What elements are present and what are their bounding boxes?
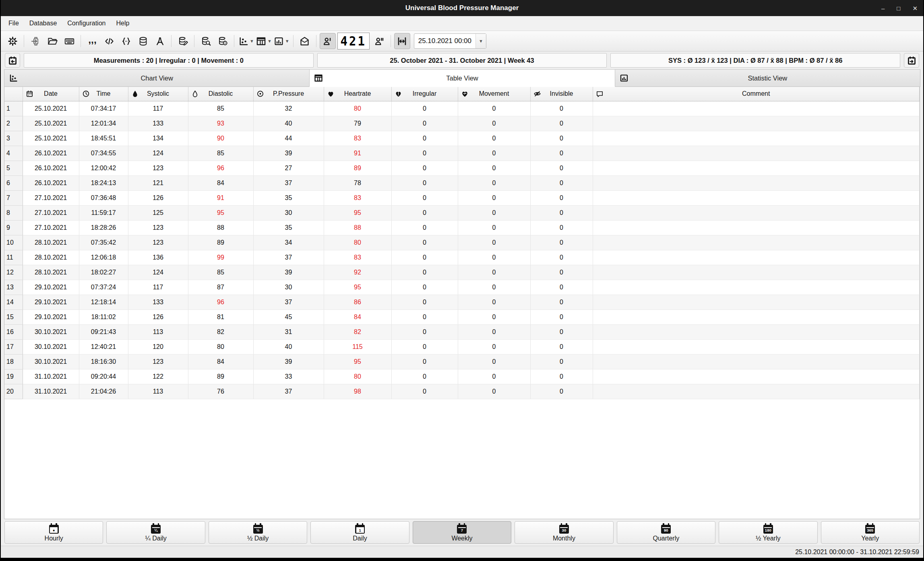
column-header-irregular[interactable]: Irregular (391, 87, 458, 101)
cell-invisible: 0 (530, 265, 593, 280)
cell-time: 18:24:13 (79, 175, 128, 190)
table-row[interactable]: 225.10.202112:01:34133934079000 (4, 116, 920, 131)
table-row[interactable]: 1529.10.202118:11:02126814584000 (4, 309, 920, 324)
tab-table-view[interactable]: Table View (309, 69, 615, 87)
cell-movement: 0 (458, 190, 530, 205)
database-history-button[interactable] (215, 33, 231, 49)
table-row[interactable]: 1028.10.202107:35:42123893480000 (4, 235, 920, 250)
patient-one-toggle[interactable] (320, 33, 336, 49)
row-number: 16 (4, 324, 23, 339)
folder-open-icon (47, 36, 58, 47)
tab-chart-view[interactable]: Chart View (4, 69, 310, 87)
column-header-invisible[interactable]: Invisible (530, 87, 593, 101)
statistic-view-menu-button[interactable]: ▼ (273, 33, 290, 49)
period-button-daily[interactable]: ¼¼ Daily (106, 521, 205, 544)
cell-ppressure: 27 (253, 161, 324, 175)
cell-diastolic: 82 (188, 324, 253, 339)
export-xml-button[interactable] (101, 33, 117, 49)
cell-time: 09:20:44 (79, 369, 128, 384)
period-button-monthly[interactable]: 30Monthly (515, 521, 613, 544)
database-search-icon (201, 36, 211, 47)
menu-database[interactable]: Database (24, 17, 62, 29)
column-header-time[interactable]: Time (79, 87, 128, 101)
cell-heartrate: 115 (324, 339, 391, 354)
corner-header-cell (4, 87, 23, 101)
export-pdf-button[interactable] (152, 33, 168, 49)
table-row[interactable]: 927.10.202118:28:26123883588000 (4, 220, 920, 235)
table-row[interactable]: 1228.10.202118:02:27124853992000 (4, 265, 920, 280)
tab-statistic-view[interactable]: Statistic View (615, 69, 920, 87)
calendar-next-icon (907, 56, 916, 65)
cell-heartrate: 79 (324, 116, 391, 131)
date-select-combobox[interactable]: 25.10.2021 00:00 ▼ (414, 33, 486, 49)
row-number: 18 (4, 354, 23, 369)
period-button-yearly[interactable]: 180½ Yearly (719, 521, 817, 544)
column-header-diastolic[interactable]: Diastolic (188, 87, 253, 101)
cell-date: 29.10.2021 (23, 280, 79, 295)
cell-heartrate: 83 (324, 190, 391, 205)
manual-input-button[interactable] (61, 33, 77, 49)
column-header-comment[interactable]: Comment (593, 87, 920, 101)
table-row[interactable]: 1429.10.202112:18:14133963786000 (4, 295, 920, 309)
cell-invisible: 0 (530, 309, 593, 324)
cell-movement: 0 (458, 354, 530, 369)
table-icon (256, 36, 267, 47)
cell-systolic: 126 (128, 309, 188, 324)
cell-irregular: 0 (391, 384, 458, 399)
export-json-button[interactable] (118, 33, 134, 49)
minimize-button[interactable]: – (881, 5, 885, 11)
table-row[interactable]: 1830.10.202118:16:30123843995000 (4, 354, 920, 369)
fit-width-toggle[interactable] (394, 33, 410, 49)
column-header-heartrate[interactable]: Heartrate (324, 87, 391, 101)
settings-button[interactable] (4, 33, 21, 49)
table-row[interactable]: 2031.10.202121:04:26113763798000 (4, 384, 920, 399)
period-button-hourly[interactable]: ●Hourly (4, 521, 103, 544)
gear-icon (7, 36, 18, 47)
column-header-movement[interactable]: Movement (458, 87, 530, 101)
table-view-menu-button[interactable]: ▼ (255, 33, 272, 49)
previous-period-button[interactable] (5, 53, 20, 68)
table-row[interactable]: 426.10.202107:34:55124853991000 (4, 146, 920, 161)
calendar-icon (26, 90, 33, 98)
cell-comment (593, 235, 920, 250)
maximize-button[interactable]: □ (897, 5, 900, 11)
patient-two-toggle[interactable] (371, 33, 387, 49)
menu-configuration[interactable]: Configuration (62, 17, 111, 29)
period-button-daily[interactable]: ½½ Daily (209, 521, 307, 544)
column-header-ppressure[interactable]: P.Pressure (253, 87, 324, 101)
row-number: 5 (4, 161, 23, 175)
table-row[interactable]: 1730.10.202112:40:211208040115000 (4, 339, 920, 354)
chart-view-menu-button[interactable]: ▼ (238, 33, 254, 49)
cell-systolic: 133 (128, 116, 188, 131)
import-watch-button[interactable] (27, 33, 43, 49)
edit-database-button[interactable] (175, 33, 191, 49)
period-button-yearly[interactable]: 365Yearly (821, 521, 920, 544)
period-button-daily[interactable]: 1Daily (310, 521, 409, 544)
table-row[interactable]: 1931.10.202109:20:44122893380000 (4, 369, 920, 384)
table-row[interactable]: 325.10.202118:45:51134904483000 (4, 131, 920, 146)
menu-file[interactable]: File (3, 17, 24, 29)
period-button-quarterly[interactable]: 90Quarterly (617, 521, 715, 544)
email-button[interactable] (297, 33, 313, 49)
table-row[interactable]: 1630.10.202109:21:43113823182000 (4, 324, 920, 339)
column-header-systolic[interactable]: Systolic (128, 87, 188, 101)
cell-movement: 0 (458, 384, 530, 399)
table-row[interactable]: 526.10.202112:00:42123962789000 (4, 161, 920, 175)
table-row[interactable]: 827.10.202111:59:17125953095000 (4, 205, 920, 220)
table-row[interactable]: 1128.10.202112:06:18136993783000 (4, 250, 920, 265)
search-database-button[interactable] (198, 33, 214, 49)
table-row[interactable]: 727.10.202107:36:48126913583000 (4, 190, 920, 205)
table-row[interactable]: 125.10.202107:34:17117853280000 (4, 101, 920, 116)
menu-help[interactable]: Help (111, 17, 134, 29)
column-header-date[interactable]: Date (23, 87, 79, 101)
table-row[interactable]: 1329.10.202107:37:24117873095000 (4, 280, 920, 295)
table-row[interactable]: 626.10.202118:24:13121843778000 (4, 175, 920, 190)
close-button[interactable]: ✕ (912, 5, 918, 11)
keyboard-icon (64, 36, 75, 47)
period-button-weekly[interactable]: 7Weekly (413, 521, 511, 544)
cell-invisible: 0 (530, 101, 593, 116)
next-period-button[interactable] (904, 53, 919, 68)
export-database-button[interactable] (135, 33, 151, 49)
open-file-button[interactable] (44, 33, 60, 49)
export-csv-button[interactable]: ,,, (84, 33, 100, 49)
